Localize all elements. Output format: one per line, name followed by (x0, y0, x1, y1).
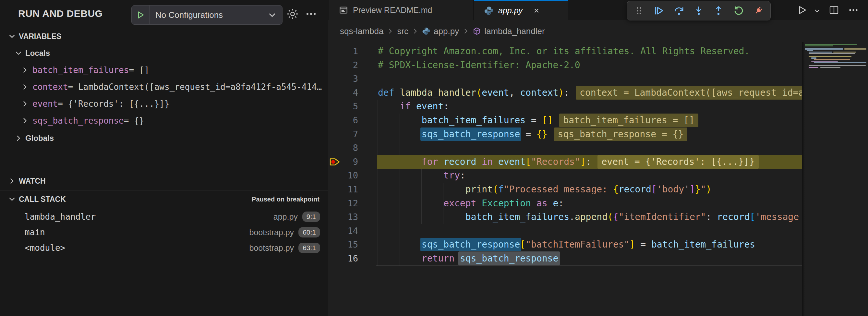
call-stack-section-header[interactable]: CALL STACK Paused on breakpoint (0, 190, 328, 208)
start-debugging-button[interactable] (132, 5, 150, 24)
breadcrumb-file[interactable]: app.py (434, 26, 459, 36)
line-number[interactable]: 8 (328, 141, 358, 155)
breadcrumb-folder[interactable]: src (397, 26, 408, 36)
line-number[interactable]: 4 (328, 86, 358, 100)
chevron-right-icon[interactable] (22, 84, 29, 91)
code-line[interactable]: 5 if event: (328, 100, 802, 114)
code-line[interactable]: 12 except Exception as e: (328, 197, 802, 211)
chevron-right-icon[interactable] (22, 117, 29, 124)
scope-globals[interactable]: Globals (0, 130, 328, 146)
variable-row[interactable]: context = LambdaContext([aws_request_id=… (0, 78, 328, 95)
close-icon[interactable] (531, 5, 542, 16)
minimap-line (814, 62, 866, 63)
code-line[interactable]: 6 batch_item_failures = []batch_item_fai… (328, 114, 802, 127)
minimap-line (814, 59, 850, 60)
line-number[interactable]: 9 (328, 155, 358, 169)
variable-name: event (32, 99, 58, 109)
configuration-label[interactable]: No Configurations (150, 10, 267, 20)
more-actions-icon[interactable] (304, 8, 318, 22)
markdown-preview-icon (339, 5, 348, 15)
line-number[interactable]: 6 (328, 114, 358, 127)
step-into-icon[interactable] (690, 3, 707, 19)
line-number[interactable]: 13 (328, 210, 358, 224)
code-editor[interactable]: 1# Copyright Amazon.com, Inc. or its aff… (328, 42, 802, 316)
call-stack-frame[interactable]: lambda_handlerapp.py9:1 (0, 209, 328, 224)
minimap-line (809, 53, 855, 54)
line-number[interactable]: 14 (328, 224, 358, 238)
restart-icon[interactable] (731, 3, 747, 19)
chevron-right-icon (386, 28, 394, 35)
call-stack-list: lambda_handlerapp.py9:1mainbootstrap.py6… (0, 209, 328, 256)
more-actions-icon[interactable] (848, 4, 859, 15)
scope-label: Locals (25, 49, 50, 58)
line-content: def lambda_handler(event, context):conte… (378, 86, 802, 100)
line-number[interactable]: 3 (328, 72, 358, 86)
chevron-right-icon[interactable] (22, 66, 29, 74)
chevron-right-icon[interactable] (22, 100, 29, 107)
minimap-line (807, 50, 813, 51)
watch-section-header[interactable]: WATCH (0, 172, 328, 190)
line-content: batch_item_failures.append({"itemIdentif… (378, 210, 799, 224)
locals-children: batch_item_failures = []context = Lambda… (0, 62, 328, 129)
breadcrumb-folder[interactable]: sqs-lambda (340, 26, 383, 36)
minimap-line (811, 57, 816, 59)
code-line[interactable]: 8 (328, 141, 802, 155)
line-number[interactable]: 12 (328, 197, 358, 211)
code-line[interactable]: 13 batch_item_failures.append({"itemIden… (328, 210, 802, 224)
step-over-icon[interactable] (671, 3, 687, 19)
inline-debug-value: batch_item_failures = [] (559, 114, 699, 127)
line-number[interactable]: 7 (328, 127, 358, 141)
code-line[interactable]: 14 (328, 224, 802, 238)
minimap-line (805, 44, 857, 45)
gear-icon[interactable] (286, 7, 300, 21)
line-number[interactable]: 16 (328, 252, 358, 266)
code-line[interactable]: 16 return sqs_batch_response (328, 252, 802, 266)
editor-actions (771, 0, 868, 20)
code-line[interactable]: 3 (328, 72, 802, 86)
call-stack-frame[interactable]: mainbootstrap.py60:1 (0, 224, 328, 240)
variable-name: sqs_batch_response (32, 116, 124, 126)
line-number[interactable]: 10 (328, 169, 358, 183)
line-number[interactable]: 15 (328, 238, 358, 252)
drag-handle-icon[interactable] (631, 3, 647, 19)
code-line[interactable]: 1# Copyright Amazon.com, Inc. or its aff… (328, 44, 802, 58)
code-line[interactable]: 10 try: (328, 169, 802, 183)
run-dropdown-chevron-icon[interactable] (813, 7, 820, 14)
chevron-down-icon (8, 33, 16, 40)
line-number[interactable]: 5 (328, 100, 358, 114)
variable-row[interactable]: sqs_batch_response = {} (0, 112, 328, 129)
minimap-line (809, 52, 832, 53)
call-stack-frame[interactable]: <module>bootstrap.py63:1 (0, 240, 328, 256)
variables-section-header[interactable]: VARIABLES (0, 29, 328, 44)
variable-value: = [] (129, 65, 149, 75)
variable-row[interactable]: event = {'Records': [{...}]} (0, 95, 328, 112)
split-editor-icon[interactable] (829, 4, 839, 15)
minimap-line (805, 45, 833, 47)
run-python-file-icon[interactable] (797, 4, 808, 15)
tab-app-py[interactable]: app.py (474, 0, 568, 20)
disconnect-icon[interactable] (750, 3, 767, 19)
step-out-icon[interactable] (710, 3, 726, 19)
minimap-line (809, 65, 866, 66)
code-line[interactable]: 9 for record in event["Records"]:event =… (328, 155, 802, 169)
line-number[interactable]: 11 (328, 183, 358, 197)
play-icon (135, 10, 145, 20)
tab-preview-readme[interactable]: Preview README.md (329, 0, 473, 20)
code-line[interactable]: 15 sqs_batch_response["batchItemFailures… (328, 238, 802, 252)
code-line[interactable]: 4def lambda_handler(event, context):cont… (328, 86, 802, 100)
code-line[interactable]: 11 print(f"Processed message: {record['b… (328, 183, 802, 197)
debug-configuration-dropdown[interactable]: No Configurations (131, 5, 282, 25)
frame-position-badge: 60:1 (299, 227, 320, 238)
minimap[interactable] (802, 42, 868, 316)
line-number[interactable]: 2 (328, 58, 358, 72)
code-line[interactable]: 7 sqs_batch_response = {}sqs_batch_respo… (328, 127, 802, 141)
chevron-down-icon[interactable] (267, 10, 277, 20)
variable-row[interactable]: batch_item_failures = [] (0, 62, 328, 78)
breadcrumb-symbol[interactable]: lambda_handler (484, 26, 545, 36)
line-number[interactable]: 1 (328, 44, 358, 58)
tab-label: app.py (498, 6, 523, 15)
code-line[interactable]: 2# SPDX-License-Identifier: Apache-2.0 (328, 58, 802, 72)
continue-icon[interactable] (651, 3, 667, 19)
scope-locals[interactable]: Locals (0, 45, 328, 61)
inline-debug-value: sqs_batch_response = {} (554, 127, 688, 141)
